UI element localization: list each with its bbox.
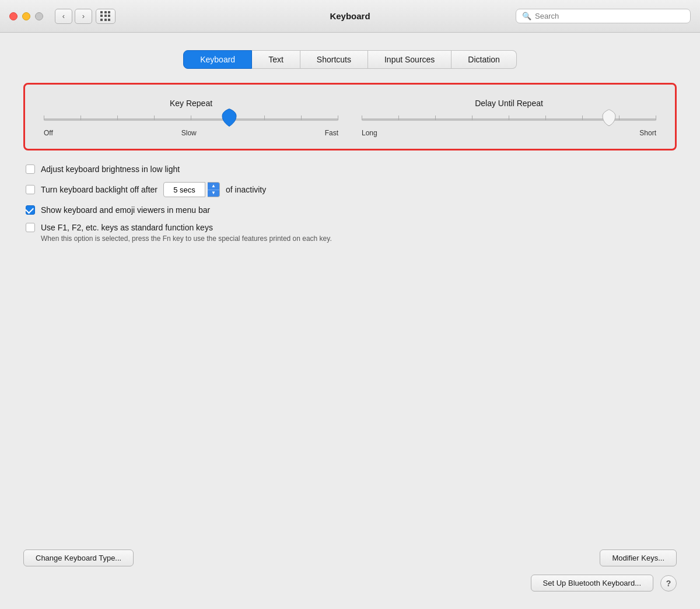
search-icon: 🔍 bbox=[522, 12, 531, 20]
delay-label-short: Short bbox=[639, 129, 656, 137]
option-brightness-row: Adjust keyboard brightness in low light bbox=[26, 164, 677, 174]
key-repeat-thumb[interactable] bbox=[221, 108, 237, 128]
search-input[interactable] bbox=[535, 12, 684, 20]
main-content: Keyboard Text Shortcuts Input Sources Di… bbox=[0, 33, 700, 609]
key-repeat-labels: Off Slow Fast bbox=[44, 129, 338, 137]
bottom-row-2: Set Up Bluetooth Keyboard... ? bbox=[23, 575, 677, 592]
stepper-down-button[interactable]: ▼ bbox=[208, 190, 219, 197]
maximize-button[interactable] bbox=[35, 12, 43, 20]
option-backlight-row: Turn keyboard backlight off after ▲ ▼ of… bbox=[26, 182, 677, 197]
back-button[interactable]: ‹ bbox=[55, 9, 72, 24]
brightness-checkbox[interactable] bbox=[26, 164, 35, 174]
bottom-row-1: Change Keyboard Type... Modifier Keys... bbox=[23, 550, 677, 566]
fnkeys-sublabel: When this option is selected, press the … bbox=[41, 235, 677, 243]
tabs-container: Keyboard Text Shortcuts Input Sources Di… bbox=[23, 50, 677, 69]
tab-dictation[interactable]: Dictation bbox=[452, 50, 516, 69]
stepper-arrows: ▲ ▼ bbox=[208, 182, 220, 197]
stepper-group: ▲ ▼ bbox=[163, 182, 220, 197]
fnkeys-checkbox[interactable] bbox=[26, 223, 35, 232]
emoji-checkbox[interactable] bbox=[26, 205, 35, 215]
emoji-label: Show keyboard and emoji viewers in menu … bbox=[41, 205, 210, 215]
bottom-area: Change Keyboard Type... Modifier Keys...… bbox=[23, 550, 677, 592]
window-controls bbox=[9, 12, 43, 20]
key-repeat-section: Key Repeat Off bbox=[44, 99, 338, 137]
grid-icon bbox=[100, 11, 111, 22]
key-repeat-title: Key Repeat bbox=[170, 99, 212, 108]
modifier-keys-button[interactable]: Modifier Keys... bbox=[600, 550, 677, 566]
fnkeys-label: Use F1, F2, etc. keys as standard functi… bbox=[41, 223, 213, 232]
minimize-button[interactable] bbox=[22, 12, 30, 20]
key-repeat-label-fast: Fast bbox=[325, 129, 338, 137]
change-keyboard-type-button[interactable]: Change Keyboard Type... bbox=[23, 550, 134, 566]
backlight-stepper-input[interactable] bbox=[163, 182, 205, 197]
key-repeat-ticks bbox=[44, 116, 338, 120]
delay-slider-container bbox=[362, 118, 656, 121]
delay-until-repeat-section: Delay Until Repeat bbox=[362, 99, 656, 137]
nav-buttons: ‹ › bbox=[55, 9, 92, 24]
search-box[interactable]: 🔍 bbox=[516, 9, 691, 23]
key-repeat-slider-container bbox=[44, 118, 338, 121]
delay-thumb[interactable] bbox=[601, 108, 617, 127]
key-repeat-track bbox=[44, 118, 338, 121]
stepper-up-button[interactable]: ▲ bbox=[208, 183, 219, 190]
delay-until-repeat-title: Delay Until Repeat bbox=[475, 99, 543, 108]
tab-input-sources[interactable]: Input Sources bbox=[368, 50, 452, 69]
key-repeat-label-slow: Slow bbox=[181, 129, 197, 137]
tab-keyboard[interactable]: Keyboard bbox=[183, 50, 252, 69]
delay-label-long: Long bbox=[362, 129, 377, 137]
close-button[interactable] bbox=[9, 12, 18, 20]
app-grid-button[interactable] bbox=[96, 9, 116, 24]
option-fnkeys-row: Use F1, F2, etc. keys as standard functi… bbox=[26, 223, 677, 232]
tab-shortcuts[interactable]: Shortcuts bbox=[300, 50, 368, 69]
backlight-checkbox[interactable] bbox=[26, 185, 35, 194]
key-repeat-label-off: Off bbox=[44, 129, 53, 137]
repeat-panel: Key Repeat Off bbox=[23, 83, 677, 150]
forward-button[interactable]: › bbox=[75, 9, 92, 24]
title-bar: ‹ › Keyboard 🔍 bbox=[0, 0, 700, 33]
repeat-grid: Key Repeat Off bbox=[44, 99, 656, 137]
brightness-label: Adjust keyboard brightness in low light bbox=[41, 164, 180, 174]
option-emoji-row: Show keyboard and emoji viewers in menu … bbox=[26, 205, 677, 215]
setup-bluetooth-button[interactable]: Set Up Bluetooth Keyboard... bbox=[531, 575, 653, 592]
options-area: Adjust keyboard brightness in low light … bbox=[23, 164, 677, 243]
window-title: Keyboard bbox=[330, 11, 370, 21]
help-button[interactable]: ? bbox=[660, 575, 677, 592]
tab-text[interactable]: Text bbox=[252, 50, 300, 69]
delay-track bbox=[362, 118, 656, 121]
backlight-after-label: of inactivity bbox=[226, 185, 266, 194]
delay-labels: Long Short bbox=[362, 129, 656, 137]
backlight-label: Turn keyboard backlight off after bbox=[41, 185, 158, 194]
